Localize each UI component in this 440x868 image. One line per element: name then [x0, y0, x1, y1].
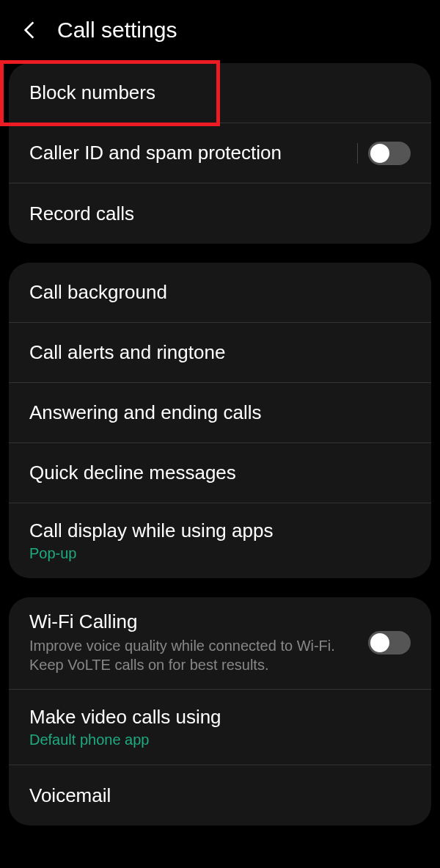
block-numbers-item[interactable]: Block numbers	[9, 63, 431, 123]
item-label: Voicemail	[29, 784, 411, 807]
settings-group-1: Block numbers Caller ID and spam protect…	[9, 63, 431, 244]
item-label: Record calls	[29, 203, 411, 225]
call-display-item[interactable]: Call display while using apps Pop-up	[9, 503, 431, 578]
item-label: Call background	[29, 281, 411, 304]
header: Call settings	[0, 0, 440, 63]
item-label: Caller ID and spam protection	[29, 142, 357, 164]
item-description: Improve voice quality while connected to…	[29, 636, 368, 674]
item-label: Quick decline messages	[29, 462, 411, 484]
item-label: Call alerts and ringtone	[29, 341, 411, 364]
call-background-item[interactable]: Call background	[9, 263, 431, 323]
wifi-calling-toggle[interactable]	[368, 631, 411, 654]
back-icon[interactable]	[22, 23, 37, 37]
caller-id-toggle[interactable]	[368, 142, 411, 165]
item-label: Block numbers	[29, 81, 411, 104]
voicemail-item[interactable]: Voicemail	[9, 765, 431, 825]
quick-decline-item[interactable]: Quick decline messages	[9, 443, 431, 503]
page-title: Call settings	[57, 18, 177, 43]
item-sublabel: Default phone app	[29, 732, 411, 748]
settings-group-3: Wi-Fi Calling Improve voice quality whil…	[9, 597, 431, 825]
divider	[357, 143, 358, 164]
settings-group-2: Call background Call alerts and ringtone…	[9, 263, 431, 578]
item-label: Call display while using apps	[29, 519, 411, 542]
video-calls-item[interactable]: Make video calls using Default phone app	[9, 690, 431, 765]
record-calls-item[interactable]: Record calls	[9, 183, 431, 244]
item-sublabel: Pop-up	[29, 545, 411, 562]
wifi-calling-item[interactable]: Wi-Fi Calling Improve voice quality whil…	[9, 597, 431, 690]
item-label: Make video calls using	[29, 706, 411, 729]
item-label: Wi-Fi Calling	[29, 610, 368, 633]
call-alerts-item[interactable]: Call alerts and ringtone	[9, 323, 431, 383]
answering-ending-item[interactable]: Answering and ending calls	[9, 383, 431, 443]
item-label: Answering and ending calls	[29, 401, 411, 424]
caller-id-spam-item[interactable]: Caller ID and spam protection	[9, 123, 431, 183]
